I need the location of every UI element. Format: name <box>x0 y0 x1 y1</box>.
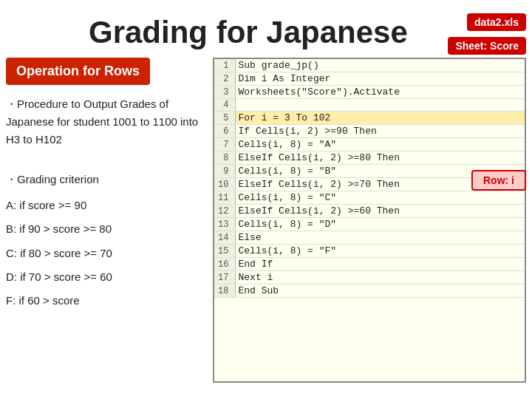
line-code: Else <box>235 231 525 245</box>
line-code: Dim i As Integer <box>235 72 525 86</box>
line-number: 9 <box>214 165 235 178</box>
desc1: ・Procedure to Output Grades of Japanese … <box>6 95 205 149</box>
code-row: 16 End If <box>214 258 525 271</box>
grades-list: A: if score >= 90B: if 90 > score >= 80C… <box>6 196 205 310</box>
code-row: 18End Sub <box>214 284 525 298</box>
code-row: 1Sub grade_jp() <box>214 59 525 72</box>
grade-item: C: if 80 > score >= 70 <box>6 244 205 263</box>
line-code: ElseIf Cells(i, 2) >=80 Then <box>235 151 525 165</box>
code-row: 7 Cells(i, 8) = "A" <box>214 138 525 151</box>
line-number: 16 <box>214 258 235 271</box>
code-row: 2 Dim i As Integer <box>214 72 525 86</box>
line-code: End Sub <box>235 284 525 298</box>
sheet-badge: Sheet: Score <box>448 37 526 55</box>
line-number: 3 <box>214 86 235 99</box>
row-badge: Row: i <box>471 170 526 191</box>
line-number: 7 <box>214 138 235 151</box>
operation-box: Operation for Rows <box>6 58 150 85</box>
line-code: If Cells(i, 2) >=90 Then <box>235 125 525 138</box>
grade-item: B: if 90 > score >= 80 <box>6 219 205 239</box>
code-row: 4 <box>214 99 525 112</box>
code-panel: 1Sub grade_jp()2 Dim i As Integer3 Works… <box>213 58 526 383</box>
grade-item: F: if 60 > score <box>6 291 205 310</box>
code-row: 11 Cells(i, 8) = "C" <box>214 191 525 205</box>
line-number: 2 <box>214 72 235 86</box>
line-number: 15 <box>214 245 235 258</box>
line-number: 10 <box>214 178 235 191</box>
line-code: Cells(i, 8) = "C" <box>235 191 525 205</box>
grade-item: A: if score >= 90 <box>6 196 205 215</box>
code-row: 17 Next i <box>214 271 525 284</box>
line-code: Cells(i, 8) = "D" <box>235 218 525 231</box>
line-number: 11 <box>214 191 235 205</box>
left-panel: Operation for Rows ・Procedure to Output … <box>6 58 205 383</box>
line-code: Cells(i, 8) = "F" <box>235 245 525 258</box>
line-code: Cells(i, 8) = "A" <box>235 138 525 151</box>
line-code: ElseIf Cells(i, 2) >=60 Then <box>235 205 525 218</box>
code-row: 5 For i = 3 To 102 <box>214 112 525 125</box>
line-code: Sub grade_jp() <box>235 59 525 72</box>
line-number: 1 <box>214 59 235 72</box>
line-number: 6 <box>214 125 235 138</box>
data2-badge: data2.xls <box>467 13 526 31</box>
line-number: 18 <box>214 284 235 298</box>
line-code: Worksheets("Score").Activate <box>235 86 525 99</box>
code-row: 8 ElseIf Cells(i, 2) >=80 Then <box>214 151 525 165</box>
code-row: 13 Cells(i, 8) = "D" <box>214 218 525 231</box>
code-row: 15 Cells(i, 8) = "F" <box>214 245 525 258</box>
line-number: 4 <box>214 99 235 112</box>
grade-item: D: if 70 > score >= 60 <box>6 267 205 287</box>
code-row: 3 Worksheets("Score").Activate <box>214 86 525 99</box>
line-number: 5 <box>214 112 235 125</box>
line-number: 13 <box>214 218 235 231</box>
line-code: For i = 3 To 102 <box>235 112 525 125</box>
page-title: Grading for Japanese <box>0 0 408 58</box>
line-number: 17 <box>214 271 235 284</box>
code-row: 6 If Cells(i, 2) >=90 Then <box>214 125 525 138</box>
desc2: ・Grading criterion <box>6 171 205 188</box>
line-code: End If <box>235 258 525 271</box>
line-number: 8 <box>214 151 235 165</box>
line-number: 12 <box>214 205 235 218</box>
code-row: 12 ElseIf Cells(i, 2) >=60 Then <box>214 205 525 218</box>
line-number: 14 <box>214 231 235 245</box>
line-code: Next i <box>235 271 525 284</box>
code-row: 14 Else <box>214 231 525 245</box>
line-code <box>235 99 525 112</box>
